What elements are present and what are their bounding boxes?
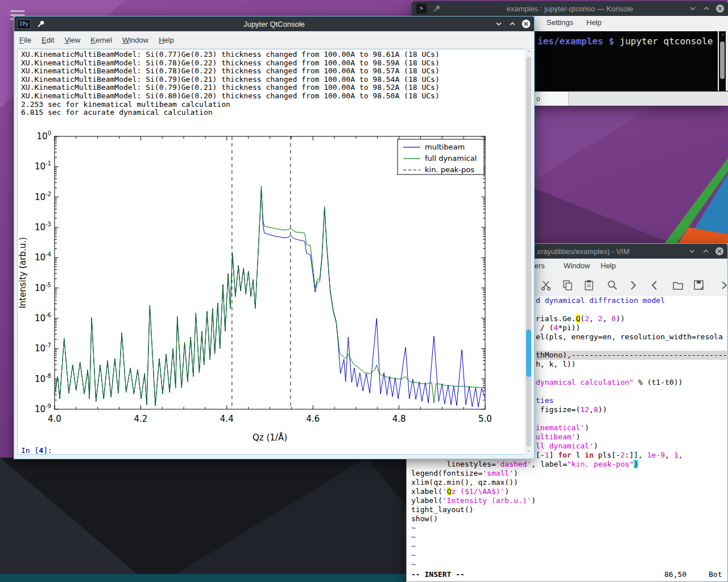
menu-item-settings[interactable]: Settings (541, 18, 578, 27)
scroll-down-icon[interactable]: ⌄ (526, 447, 532, 454)
scrollbar-thumb[interactable] (720, 41, 725, 79)
vim-code-line (536, 305, 727, 314)
menu-item-file[interactable]: File (14, 36, 36, 44)
save-icon[interactable] (692, 278, 706, 292)
console-output-line: XU.KinematicMultiBeamModel: Si(0.78)Ge(0… (21, 59, 440, 68)
wallpaper-shape (0, 574, 407, 582)
maximize-icon[interactable] (701, 247, 710, 256)
scrollbar-thumb[interactable] (526, 330, 531, 376)
vim-tilde-line: ~ (411, 533, 638, 542)
find-icon[interactable] (606, 278, 619, 292)
svg-text:10-6: 10-6 (35, 312, 51, 323)
qtconsole-window: IPy Jupyter QtConsole FileEditViewKernel… (14, 16, 535, 459)
vim-code-line: h, k, l)) (536, 360, 727, 369)
svg-text:100: 100 (37, 130, 51, 142)
vim-code-line: el(pls, energy=en, resolution_width=reso… (536, 332, 727, 342)
vim-code-line: ylabel('Intensity (arb.u.)') (411, 496, 638, 505)
vim-tilde-line: ~ (411, 560, 638, 569)
ipython-app-icon: IPy (17, 19, 31, 29)
qtconsole-window-title: Jupyter QtConsole (14, 20, 534, 28)
svg-text:10-2: 10-2 (35, 191, 51, 202)
close-icon[interactable] (715, 247, 724, 256)
vim-code-line: / (4*pi)) (536, 323, 727, 332)
maximize-icon[interactable] (508, 19, 517, 28)
folder-icon[interactable] (671, 278, 685, 292)
svg-text:Intensity (arb.u.): Intensity (arb.u.) (18, 237, 28, 309)
qtconsole-scrollbar[interactable]: ⌃ ⌄ (524, 49, 533, 455)
pin-icon[interactable] (36, 19, 46, 28)
svg-text:10-7: 10-7 (35, 342, 51, 354)
qtconsole-titlebar[interactable]: IPy Jupyter QtConsole (14, 16, 534, 31)
console-output-line: XU.KinematicMultiBeamModel: Si(0.79)Ge(0… (21, 76, 440, 84)
vim-code-line: ultibeam') (536, 433, 727, 442)
console-output-line: XU.KinematicMultiBeamModel: Si(0.80)Ge(0… (21, 92, 440, 101)
close-icon[interactable] (715, 4, 725, 13)
scroll-up-icon[interactable]: ⌃ (721, 33, 725, 39)
vim-code-line: inematical') (536, 423, 727, 433)
scrollbar-track[interactable] (526, 57, 531, 447)
menu-item-help[interactable]: Help (601, 259, 616, 273)
menu-item-kernel[interactable]: Kernel (85, 36, 117, 44)
vim-code-line: ties (536, 396, 727, 405)
svg-text:4.2: 4.2 (134, 414, 147, 424)
vim-code-line: linestyles='dashed', label="kin. peak-po… (411, 460, 638, 469)
copy-icon[interactable] (561, 278, 575, 292)
vim-code-line: xlim(qz.min(), qz.max()) (411, 478, 638, 487)
minimize-icon[interactable] (494, 19, 503, 28)
vim-code-line: [-1] for l in pls[-2:]], 1e-9, 1, (536, 451, 727, 460)
console-output-line: 2.253 sec for kinematical multibeam calc… (21, 101, 440, 109)
vim-code-line: legend(fontsize='small') (411, 469, 638, 478)
menu-item-window[interactable]: Window (564, 259, 590, 273)
menu-item-help[interactable]: Help (581, 18, 607, 27)
menu-item-help[interactable]: Help (154, 36, 179, 44)
vim-code-line: tight_layout() (411, 505, 638, 514)
vim-tilde-line: ~ (411, 542, 638, 551)
cut-icon[interactable] (540, 278, 554, 292)
legend: multibeamfull dynamicalkin. peak-pos (398, 139, 484, 174)
input-prompt[interactable]: In [4]: (21, 446, 52, 455)
vim-tilde-line: ~ (411, 551, 638, 560)
qtconsole-menubar: FileEditViewKernelWindowHelp (14, 31, 534, 49)
more-icon[interactable] (717, 278, 728, 292)
pin-icon[interactable] (432, 4, 441, 13)
minimize-icon[interactable] (688, 4, 697, 13)
vim-cursor-position: 86,50 (664, 569, 686, 580)
svg-text:4.4: 4.4 (220, 414, 234, 424)
paste-icon[interactable] (582, 278, 596, 292)
konsole-titlebar[interactable]: > examples : jupyter-qtconso — Konsole (412, 1, 728, 16)
menu-item-window[interactable]: Window (117, 36, 154, 44)
vim-scroll-indicator: Bot (709, 569, 722, 580)
minimize-icon[interactable] (688, 247, 697, 256)
svg-text:5.0: 5.0 (478, 414, 492, 424)
vim-code-line: rials.Ge.Q(2, 2, 0)) (536, 314, 727, 323)
prev-icon[interactable] (648, 278, 661, 292)
menu-item-view[interactable]: View (59, 36, 85, 44)
console-output-line: 6.815 sec for acurate dynamical calculat… (21, 109, 440, 117)
svg-text:10-8: 10-8 (35, 373, 51, 384)
svg-text:10-5: 10-5 (35, 282, 51, 293)
konsole-scrollbar[interactable] (719, 31, 726, 92)
maximize-icon[interactable] (702, 4, 711, 13)
close-icon[interactable] (522, 19, 531, 28)
next-icon[interactable] (627, 278, 640, 292)
vim-code-line: xlabel('Qz ($1/\AA$)') (411, 487, 638, 496)
menu-item-edit[interactable]: Edit (36, 36, 59, 44)
terminal-prompt-line: ies/examples $ jupyter qtconsole (537, 36, 713, 47)
svg-text:4.0: 4.0 (48, 414, 61, 424)
svg-text:10-3: 10-3 (35, 221, 51, 232)
vim-code-line (536, 342, 727, 351)
vim-statusline: -- INSERT -- 86,50 Bot (407, 569, 727, 581)
svg-text:4.8: 4.8 (392, 414, 406, 424)
svg-text:Qz (1/Å): Qz (1/Å) (253, 432, 287, 443)
vim-code-line: dynamical calculation" % (t1-t0)) (536, 378, 727, 387)
vim-code-line (536, 387, 727, 396)
vim-code-line: d dynamical diffraction model (536, 296, 727, 305)
svg-text:kin. peak-pos: kin. peak-pos (425, 165, 474, 174)
matplotlib-figure: 4.04.24.44.64.85.010010-110-210-310-410-… (18, 117, 525, 445)
vim-code-line: thMono),--------------------------------… (536, 351, 727, 360)
vim-tilde-line: ~ (411, 523, 638, 533)
scroll-up-icon[interactable]: ⌃ (526, 50, 532, 56)
qtconsole-console-area[interactable]: XU.KinematicMultiBeamModel: Si(0.77)Ge(0… (17, 49, 526, 455)
konsole-window-title: examples : jupyter-qtconso — Konsole (412, 5, 728, 13)
vim-code-full-width: linestyles='dashed', label="kin. peak-po… (411, 460, 638, 569)
